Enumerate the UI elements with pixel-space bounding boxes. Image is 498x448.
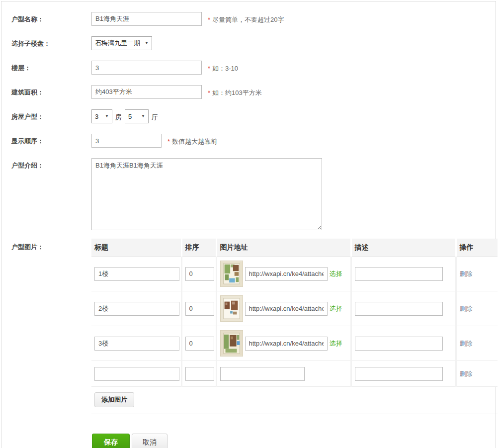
halls-unit-label: 厅 [152,109,158,122]
row-layout-name: 户型名称： *尽量简单，不要超过20字 [1,12,496,26]
floorplan-thumbnail-1 [220,261,243,287]
chevron-down-icon: ▼ [141,114,145,118]
image-desc-input[interactable] [355,337,443,351]
image-url-input[interactable] [245,267,328,281]
col-header-title: 标题 [91,239,181,257]
image-desc-input[interactable] [355,367,443,381]
section-divider [91,414,498,414]
add-image-button[interactable]: 添加图片 [94,392,134,407]
col-header-url: 图片地址 [216,239,351,257]
delete-image-link[interactable]: 删除 [460,270,473,277]
display-order-input[interactable] [91,134,162,148]
images-label: 户型图片： [1,239,91,252]
sub-estate-selected-value: 石梅湾九里二期 [95,39,140,48]
chevron-down-icon: ▼ [105,114,109,118]
image-url-input[interactable] [220,367,305,381]
room-layout-label: 房屋户型： [1,109,91,121]
image-sort-input[interactable] [185,367,214,381]
save-button[interactable]: 保存 [92,434,130,448]
layout-name-hint: *尽量简单，不要超过20字 [208,12,284,24]
choose-image-link[interactable]: 选择 [330,269,342,278]
image-url-input[interactable] [245,337,328,351]
area-hint: *如：约103平方米 [208,85,262,97]
rooms-unit-label: 房 [115,109,122,122]
row-intro: 户型介绍： B1海角天涯B1海角天涯 [1,158,496,230]
row-floor: 楼层： *如：3-10 [1,61,496,75]
floor-hint: *如：3-10 [208,61,238,73]
image-sort-input[interactable] [185,302,214,316]
image-table-row: 选择 删除 [91,326,498,361]
layout-name-input[interactable] [91,12,202,26]
delete-image-link[interactable]: 删除 [460,305,473,312]
required-star: * [167,138,170,145]
area-label: 建筑面积： [1,85,91,97]
rooms-select[interactable]: 3 ▼ [91,109,112,123]
sub-estate-label: 选择子楼盘： [1,36,91,48]
image-desc-input[interactable] [355,267,443,281]
rooms-selected-value: 3 [95,113,98,120]
display-order-label: 显示顺序： [1,134,91,146]
row-images: 户型图片： 标题 排序 图片地址 描述 操作 [1,239,496,407]
sub-estate-select[interactable]: 石梅湾九里二期 ▼ [91,36,152,50]
display-order-hint: *数值越大越靠前 [167,134,217,146]
chevron-down-icon: ▼ [145,41,149,45]
halls-select[interactable]: 5 ▼ [125,109,149,123]
delete-image-link[interactable]: 删除 [460,370,473,377]
floor-input[interactable] [91,61,202,75]
form-actions: 保存 取消 [92,434,496,448]
area-input[interactable] [91,85,202,99]
images-table: 标题 排序 图片地址 描述 操作 [91,239,498,387]
form-panel: 户型名称： *尽量简单，不要超过20字 选择子楼盘： 石梅湾九里二期 ▼ 楼层：… [1,1,496,448]
image-table-row: 选择 删除 [91,291,498,326]
image-desc-input[interactable] [355,302,443,316]
choose-image-link[interactable]: 选择 [330,304,342,313]
image-title-input[interactable] [94,367,179,381]
col-header-desc: 描述 [351,239,456,257]
row-display-order: 显示顺序： *数值越大越靠前 [1,134,496,148]
floorplan-thumbnail-2 [220,295,243,322]
intro-label: 户型介绍： [1,158,91,170]
delete-image-link[interactable]: 删除 [460,340,473,347]
image-table-row-empty: 删除 [91,361,498,387]
floor-label: 楼层： [1,61,91,73]
choose-image-link[interactable]: 选择 [330,339,342,348]
image-table-row: 选择 删除 [91,257,498,291]
halls-selected-value: 5 [128,113,132,120]
row-room-layout: 房屋户型： 3 ▼ 房 5 ▼ 厅 [1,109,496,123]
row-area: 建筑面积： *如：约103平方米 [1,85,496,99]
col-header-action: 操作 [456,239,498,257]
col-header-sort: 排序 [181,239,216,257]
layout-name-label: 户型名称： [1,12,91,24]
images-table-header-row: 标题 排序 图片地址 描述 操作 [91,239,498,257]
image-sort-input[interactable] [185,267,214,281]
image-sort-input[interactable] [185,337,214,351]
image-title-input[interactable] [94,337,179,351]
row-sub-estate: 选择子楼盘： 石梅湾九里二期 ▼ [1,36,496,50]
image-url-input[interactable] [245,302,328,316]
image-title-input[interactable] [94,302,179,316]
floorplan-thumbnail-3 [220,330,243,357]
required-star: * [208,89,210,96]
required-star: * [208,65,210,72]
required-star: * [208,16,210,23]
cancel-button[interactable]: 取消 [132,434,167,448]
intro-textarea[interactable]: B1海角天涯B1海角天涯 [91,158,322,230]
image-title-input[interactable] [94,267,179,281]
